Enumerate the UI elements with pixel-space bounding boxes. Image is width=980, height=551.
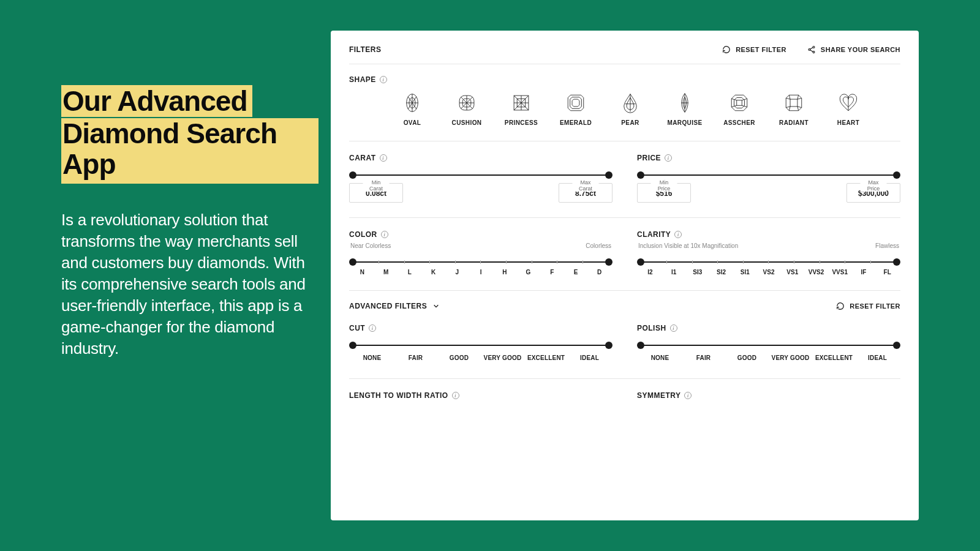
cut-ticks: NONEFAIRGOODVERY GOODEXCELLENTIDEAL [350, 354, 611, 361]
advanced-filters-toggle[interactable]: ADVANCED FILTERS [349, 302, 439, 310]
carat-max-input[interactable]: Max Carat 8.75ct [559, 183, 612, 203]
refresh-icon [836, 302, 845, 310]
chevron-down-icon [433, 303, 439, 309]
cut-label: CUT [349, 324, 365, 332]
price-slider[interactable] [641, 174, 897, 176]
diamond-search-app: FILTERS RESET FILTER SHARE YOUR SEARCH S… [331, 31, 919, 520]
svg-line-37 [786, 98, 790, 99]
price-label: PRICE [637, 154, 661, 162]
carat-filter: CARAT i Min Carat 0.08ct Max Carat 8.75c… [349, 154, 612, 203]
filters-heading: FILTERS [349, 45, 381, 54]
svg-line-33 [789, 95, 790, 99]
carat-max-handle[interactable] [605, 171, 612, 179]
price-min-input[interactable]: Min Price $516 [637, 183, 691, 203]
color-ticks: NMLKJIHGFED [350, 269, 611, 276]
color-high-hint: Colorless [586, 242, 611, 249]
shape-oval[interactable]: OVAL [391, 92, 434, 126]
svg-line-36 [797, 107, 799, 111]
shape-cushion[interactable]: CUSHION [445, 92, 488, 126]
carat-min-input[interactable]: Min Carat 0.08ct [349, 183, 403, 203]
clarity-label: CLARITY [637, 230, 671, 239]
carat-slider[interactable] [353, 174, 609, 176]
color-low-hint: Near Colorless [350, 242, 391, 249]
svg-line-38 [797, 98, 802, 99]
shape-options: OVAL CUSHION PRINCESS EMERALD PEAR MARQU… [349, 84, 900, 141]
lwr-label: LENGTH TO WIDTH RATIO [349, 391, 448, 400]
svg-point-0 [813, 46, 815, 48]
svg-point-1 [809, 49, 810, 51]
polish-ticks: NONEFAIRGOODVERY GOODEXCELLENTIDEAL [638, 354, 899, 361]
polish-max-handle[interactable] [893, 342, 900, 349]
svg-line-34 [797, 95, 799, 99]
cut-filter: CUT i NONEFAIRGOODVERY GOODEXCELLENTIDEA… [349, 324, 612, 361]
info-icon[interactable]: i [369, 324, 376, 332]
share-icon [807, 45, 816, 54]
info-icon[interactable]: i [674, 231, 682, 238]
info-icon[interactable]: i [380, 154, 387, 162]
reset-filter-label: RESET FILTER [736, 46, 786, 53]
svg-rect-32 [790, 99, 797, 107]
price-max-handle[interactable] [893, 171, 900, 179]
share-search-label: SHARE YOUR SEARCH [821, 46, 900, 53]
clarity-filter: CLARITY i Inclusion Visible at 10x Magni… [637, 230, 900, 276]
headline-line-2: Diamond Search App [61, 118, 318, 184]
info-icon[interactable]: i [381, 231, 388, 238]
shape-marquise[interactable]: MARQUISE [663, 92, 706, 126]
info-icon[interactable]: i [670, 324, 677, 332]
clarity-low-hint: Inclusion Visible at 10x Magnification [638, 242, 738, 249]
color-filter: COLOR i Near Colorless Colorless NMLKJIH… [349, 230, 612, 276]
cut-min-handle[interactable] [349, 342, 356, 349]
symmetry-label: SYMMETRY [637, 391, 680, 400]
price-filter: PRICE i Min Price $516 Max Price $300,00… [637, 154, 900, 203]
carat-label: CARAT [349, 154, 376, 162]
clarity-ticks: I2I1SI3SI2SI1VS2VS1VVS2VVS1IFFL [638, 269, 899, 276]
shape-princess[interactable]: PRINCESS [500, 92, 543, 126]
clarity-high-hint: Flawless [875, 242, 899, 249]
reset-filter-button[interactable]: RESET FILTER [722, 45, 786, 54]
cut-slider[interactable] [353, 345, 609, 346]
share-search-button[interactable]: SHARE YOUR SEARCH [807, 45, 900, 54]
svg-line-40 [797, 107, 802, 108]
price-min-handle[interactable] [637, 171, 644, 179]
price-max-input[interactable]: Max Price $300,000 [846, 183, 900, 203]
svg-line-35 [789, 107, 790, 111]
svg-rect-27 [737, 100, 742, 106]
advanced-reset-button[interactable]: RESET FILTER [836, 302, 900, 310]
shape-pear[interactable]: PEAR [609, 92, 652, 126]
info-icon[interactable]: i [684, 392, 692, 399]
polish-min-handle[interactable] [637, 342, 644, 349]
info-icon[interactable]: i [380, 76, 387, 83]
hero-headline: Our Advanced Diamond Search App [61, 86, 318, 184]
svg-point-2 [813, 51, 815, 53]
svg-line-3 [810, 48, 813, 50]
shape-asscher[interactable]: ASSCHER [718, 92, 761, 126]
shape-heart[interactable]: HEART [827, 92, 870, 126]
svg-line-39 [786, 107, 790, 108]
shape-label: SHAPE [349, 75, 376, 84]
polish-filter: POLISH i NONEFAIRGOODVERY GOODEXCELLENTI… [637, 324, 900, 361]
color-label: COLOR [349, 230, 377, 239]
info-icon[interactable]: i [452, 392, 459, 399]
headline-line-1: Our Advanced [61, 85, 252, 117]
carat-min-handle[interactable] [349, 171, 356, 179]
shape-radiant[interactable]: RADIANT [772, 92, 815, 126]
info-icon[interactable]: i [665, 154, 672, 162]
polish-label: POLISH [637, 324, 666, 332]
refresh-icon [722, 45, 731, 54]
cut-max-handle[interactable] [605, 342, 612, 349]
svg-line-4 [810, 50, 813, 52]
hero-body: Is a revolutionary solution that transfo… [61, 209, 306, 360]
shape-emerald[interactable]: EMERALD [554, 92, 597, 126]
polish-slider[interactable] [641, 345, 897, 346]
